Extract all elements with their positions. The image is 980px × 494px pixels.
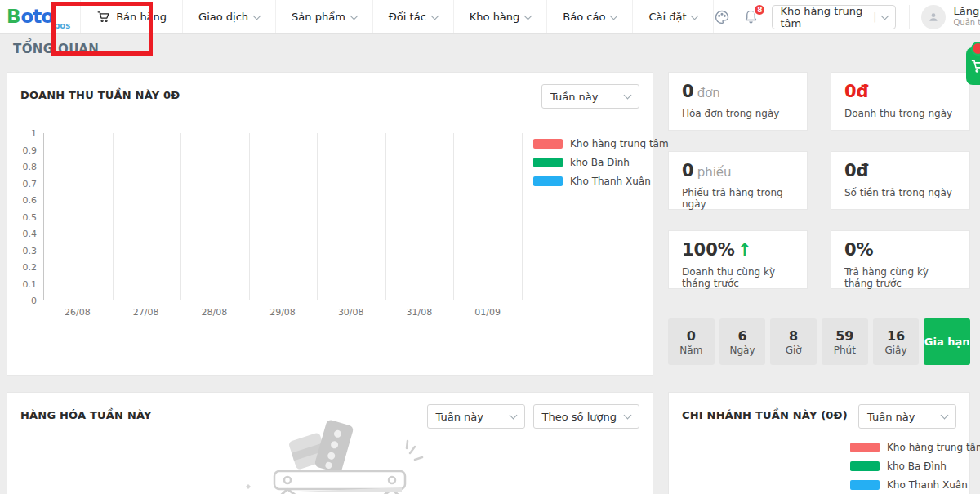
app-window: Botopos Bán hàng Giao dịch Sản phẩm Đối … [0, 0, 980, 494]
stats-grid: 0đơn Hóa đơn trong ngày 0đ Doanh thu tro… [668, 72, 970, 289]
x-tick-label: 30/08 [317, 307, 385, 318]
select-value: Tuần này [867, 411, 915, 423]
y-tick-label: 0.5 [23, 211, 38, 222]
legend-label: Kho hàng trung tâm [887, 442, 980, 453]
logo-suffix: pos [54, 21, 70, 30]
legend-item: Kho Thanh Xuân [533, 176, 643, 187]
products-period-select[interactable]: Tuần này [427, 404, 525, 429]
separator: | [873, 11, 876, 23]
branch-period-select[interactable]: Tuần này [858, 404, 956, 429]
up-arrow-icon: ↑ [737, 240, 752, 260]
legend-swatch [533, 176, 563, 186]
user-menu[interactable]: Lăng Đình Dư... Quản trị cao cấp [909, 5, 980, 29]
countdown-seconds: 16 Giây [873, 318, 920, 365]
top-navigation-bar: Botopos Bán hàng Giao dịch Sản phẩm Đối … [0, 0, 980, 34]
countdown-years: 0 Năm [668, 318, 715, 365]
y-tick-label: 0.2 [23, 262, 38, 273]
branch-chart-legend: Kho hàng trung tâmkho Ba ĐìnhKho Thanh X… [850, 442, 980, 494]
legend-item: Kho hàng trung tâm [533, 138, 643, 149]
y-axis-labels: 10.90.80.70.60.50.40.30.20.10 [14, 133, 43, 300]
license-countdown: 0 Năm 6 Ngày 8 Giờ 59 Phút 16 Giây Gia h… [668, 318, 970, 365]
legend-item: Kho hàng trung tâm [850, 442, 980, 453]
person-icon [928, 11, 939, 23]
notifications-button[interactable]: 8 [743, 9, 759, 24]
stat-label: Doanh thu trong ngày [844, 108, 956, 119]
stat-label: Hóa đơn trong ngày [682, 108, 794, 119]
legend-label: Kho Thanh Xuân [887, 479, 968, 491]
legend-label: kho Ba Đình [570, 157, 630, 168]
stat-unit: đơn [697, 86, 720, 100]
palette-icon [714, 9, 730, 25]
theme-palette-button[interactable] [714, 9, 730, 25]
warehouse-selector-value: Kho hàng trung tâm [780, 5, 873, 29]
stat-returns-today: 0phiếu Phiếu trả hàng trong ngày [668, 151, 808, 210]
chevron-down-icon [691, 11, 699, 20]
legend-item: Kho Thanh Xuân [850, 479, 980, 491]
select-value: Tuần này [436, 411, 483, 423]
nav-item-bao-cao[interactable]: Báo cáo [547, 0, 633, 33]
y-tick-label: 0.6 [23, 195, 38, 206]
chevron-down-icon [350, 11, 358, 20]
stat-value: 0 [682, 82, 694, 101]
revenue-week-card: DOANH THU TUẦN NÀY 0Đ Tuần này 10.90.80.… [7, 72, 653, 376]
nav-item-kho-hang[interactable]: Kho hàng [454, 0, 548, 33]
x-axis-labels: 26/0827/0828/0829/0830/0831/0801/09 [43, 307, 522, 318]
countdown-unit: Ngày [729, 345, 755, 356]
chevron-down-icon [881, 11, 889, 20]
stat-label: Trả hàng cùng kỳ tháng trước [844, 266, 956, 289]
legend-item: kho Ba Đình [850, 461, 980, 472]
countdown-value: 6 [737, 328, 746, 344]
nav-item-cai-dat[interactable]: Cài đặt [633, 0, 714, 33]
products-week-card: HÀNG HÓA TUẦN NÀY Tuần này Theo số lượng [7, 392, 653, 494]
nav-item-label: Bán hàng [116, 11, 167, 23]
logo[interactable]: Botopos [0, 0, 80, 33]
legend-label: Kho Thanh Xuân [570, 176, 651, 187]
avatar [921, 5, 946, 29]
nav-item-label: Cài đặt [648, 11, 686, 23]
y-tick-label: 0.7 [23, 178, 38, 189]
user-role: Quản trị cao cấp [953, 18, 980, 29]
stat-returns-vs-last-month: 0% Trả hàng cùng kỳ tháng trước [831, 230, 970, 289]
y-tick-label: 0.3 [23, 245, 38, 256]
countdown-value: 0 [687, 328, 696, 344]
countdown-value: 59 [835, 328, 853, 344]
x-tick-label: 29/08 [248, 307, 317, 318]
cart-icon [96, 10, 110, 24]
chevron-down-icon [253, 11, 261, 20]
branch-week-card: CHI NHÁNH TUẦN NÀY (0Đ) Tuần này Kho hàn… [668, 392, 970, 494]
countdown-unit: Giờ [786, 345, 802, 356]
countdown-minutes: 59 Phút [822, 318, 868, 365]
stat-value: 0 [682, 161, 694, 180]
legend-swatch [850, 443, 880, 452]
topbar-right: 8 Kho hàng trung tâm | Lăng Đình Dư... Q… [714, 0, 980, 33]
y-tick-label: 0.1 [23, 278, 38, 289]
page-title: TỔNG QUAN [13, 42, 99, 56]
revenue-chart: 10.90.80.70.60.50.40.30.20.10 26/0827/08… [14, 133, 643, 318]
nav-item-doi-tac[interactable]: Đối tác [373, 0, 454, 33]
stat-value: 0% [844, 240, 956, 260]
countdown-unit: Phút [834, 345, 856, 356]
nav-item-label: Kho hàng [470, 11, 520, 23]
products-metric-select[interactable]: Theo số lượng [533, 404, 639, 429]
nav-item-giao-dich[interactable]: Giao dịch [183, 0, 276, 33]
nav-item-label: Báo cáo [563, 11, 605, 23]
legend-swatch [850, 461, 880, 471]
renew-button[interactable]: Gia hạn [924, 318, 970, 365]
legend-swatch [533, 158, 563, 167]
stat-label: Doanh thu cùng kỳ tháng trước [682, 266, 794, 289]
y-tick-label: 0.8 [23, 162, 38, 172]
nav-item-label: Giao dịch [198, 11, 248, 23]
revenue-period-select[interactable]: Tuần này [541, 84, 639, 109]
chevron-down-icon [624, 91, 632, 100]
nav-item-san-pham[interactable]: Sản phẩm [276, 0, 373, 33]
y-tick-label: 1 [31, 128, 37, 139]
warehouse-selector[interactable]: Kho hàng trung tâm | [772, 5, 896, 29]
user-name: Lăng Đình Dư... [953, 5, 980, 18]
gridline [385, 133, 386, 300]
nav-item-label: Sản phẩm [292, 11, 345, 23]
nav-item-ban-hang[interactable]: Bán hàng [80, 0, 183, 33]
revenue-card-title: DOANH THU TUẦN NÀY 0Đ [20, 84, 180, 101]
products-card-title: HÀNG HÓA TUẦN NÀY [20, 404, 152, 421]
gridline [453, 133, 454, 300]
x-tick-label: 26/08 [43, 307, 112, 318]
